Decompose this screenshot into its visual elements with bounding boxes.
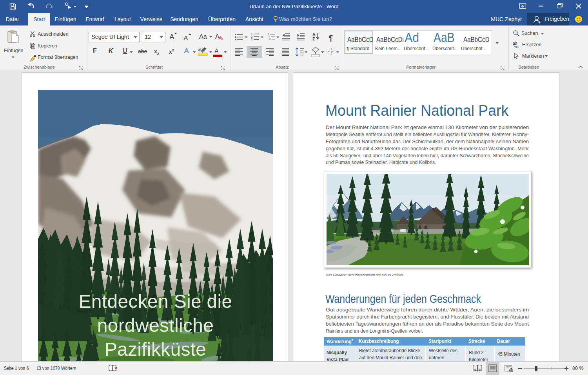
svg-text:1: 1 bbox=[251, 32, 253, 36]
svg-text:ab: ab bbox=[198, 47, 203, 52]
svg-text:A: A bbox=[214, 48, 219, 55]
svg-text:ab: ab bbox=[513, 41, 517, 46]
svg-text:A: A bbox=[312, 32, 316, 37]
svg-text:3: 3 bbox=[251, 38, 253, 41]
svg-text:2: 2 bbox=[251, 35, 253, 38]
svg-text:1: 1 bbox=[267, 33, 269, 36]
svg-text:¶: ¶ bbox=[328, 33, 333, 42]
svg-text:ac: ac bbox=[515, 45, 519, 49]
svg-text:Z: Z bbox=[312, 36, 315, 41]
